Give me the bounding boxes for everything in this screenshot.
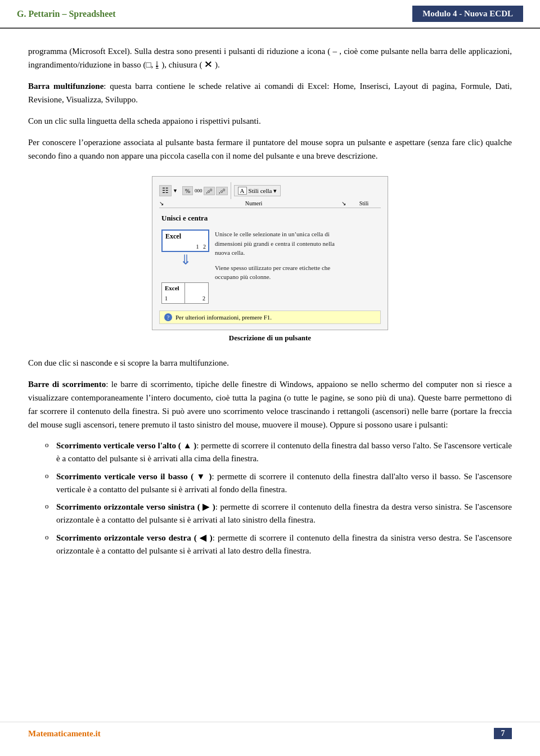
list-item-1: Scorrimento verticale verso l'alto ( ▲ )…: [45, 439, 512, 466]
barra-multifunzione-term: Barra multifunzione: [28, 82, 104, 91]
barre-scorrimento-term: Barre di scorrimento: [28, 380, 106, 389]
scroll-list: Scorrimento verticale verso l'alto ( ▲ )…: [45, 439, 512, 557]
footer-link[interactable]: Matematicamente.it: [28, 729, 101, 739]
header-right: Modulo 4 - Nuova ECDL: [412, 6, 523, 22]
cell-num-1: 1 2: [196, 244, 206, 250]
tooltip-descriptions: Unisce le celle selezionate in un’unica …: [215, 230, 350, 304]
toolbar-dropdown-arrow-1: ▼: [173, 188, 178, 194]
image-caption: Descrizione di un pulsante: [229, 334, 311, 343]
toolbar-000: 000: [195, 188, 202, 194]
split-cells-row: Excel 1 2: [161, 282, 209, 304]
paragraph-6: Barre di scorrimento: le barre di scorri…: [28, 377, 512, 431]
merged-cell-top: Excel 1 2 ⇓: [161, 230, 209, 267]
header-left: G. Pettarin – Spreadsheet: [17, 9, 116, 19]
list-item-2-bold: Scorrimento verticale verso il basso ( ▼…: [56, 472, 212, 481]
header-separator: –: [60, 9, 69, 19]
page-footer: Matematicamente.it 7: [0, 722, 540, 745]
excel-merged-cell: Excel 1 2: [161, 230, 209, 252]
page-number: 7: [494, 728, 512, 739]
paragraph-3: Con un clic sulla linguetta della scheda…: [28, 114, 512, 128]
paragraph-2: Barra multifunzione: questa barra contie…: [28, 79, 512, 106]
page-content: programma (Microsoft Excel). Sulla destr…: [0, 29, 540, 579]
toolbar-btn-1[interactable]: ☷: [159, 185, 172, 196]
arrow-down-icon: ⇓: [161, 253, 209, 267]
list-item-4: Scorrimento orizzontale verso destra ( ◀…: [45, 532, 512, 558]
tooltip-desc-1: Unisce le celle selezionate in un’unica …: [215, 230, 350, 258]
tooltip-info-text: Per ulteriori informazioni, premere F1.: [176, 314, 272, 321]
tooltip-desc-2: Viene spesso utilizzato per creare etich…: [215, 263, 350, 282]
paragraph-4: Per conoscere l’operazione associata al …: [28, 136, 512, 163]
list-item-3-bold: Scorrimento orizzontale verso sinistra (…: [56, 502, 215, 511]
toolbar-btn-3[interactable]: ,₀⁰: [204, 187, 215, 195]
toolbar-divider: [231, 182, 231, 199]
tooltip-cell-visuals: Excel 1 2 ⇓ Excel 1 2: [161, 230, 209, 304]
paragraph-5: Con due clic si nasconde e si scopre la …: [28, 356, 512, 370]
tooltip-title: Unisci e centra: [159, 212, 381, 224]
toolbar-buttons-group: ☷ ▼ % 000 ,₀⁰ ,₀⁰ A Stili cella ▾: [159, 182, 281, 199]
info-icon: ?: [164, 313, 172, 321]
excel-tooltip-box: ☷ ▼ % 000 ,₀⁰ ,₀⁰ A Stili cella ▾ ↘: [152, 176, 388, 330]
expand-icon: ↘: [159, 200, 164, 206]
page-header: G. Pettarin – Spreadsheet Modulo 4 - Nuo…: [0, 0, 540, 29]
stili-section-label: Stili: [347, 200, 381, 206]
expand-icon-2: ↘: [341, 200, 346, 206]
tooltip-info-bar: ? Per ulteriori informazioni, premere F1…: [159, 310, 381, 324]
paragraph-1: programma (Microsoft Excel). Sulla destr…: [28, 44, 512, 71]
excel-label-top: Excel: [165, 232, 181, 241]
list-item-1-bold: Scorrimento verticale verso l'alto ( ▲ ): [56, 441, 196, 450]
toolbar-btn-2[interactable]: %: [182, 186, 193, 195]
image-container: ☷ ▼ % 000 ,₀⁰ ,₀⁰ A Stili cella ▾ ↘: [152, 176, 388, 343]
toolbar-top-row: ☷ ▼ % 000 ,₀⁰ ,₀⁰ A Stili cella ▾: [159, 182, 381, 199]
list-item-2: Scorrimento verticale verso il basso ( ▼…: [45, 470, 512, 497]
tooltip-content: Excel 1 2 ⇓ Excel 1 2: [159, 226, 381, 307]
toolbar-btn-4[interactable]: ,₀⁰: [216, 187, 228, 195]
numeri-label: Numeri: [166, 200, 341, 206]
list-item-4-bold: Scorrimento orizzontale verso destra ( ◀…: [56, 533, 213, 542]
excel-split-cell-left: Excel 1: [161, 282, 185, 304]
header-title: Spreadsheet: [69, 9, 115, 19]
excel-split-cell-right: 2: [185, 282, 209, 304]
list-item-3: Scorrimento orizzontale verso sinistra (…: [45, 501, 512, 527]
toolbar-section-labels: ↘ Numeri ↘ Stili: [159, 200, 381, 208]
header-author: G. Pettarin: [17, 9, 60, 19]
stili-cella-button[interactable]: A Stili cella ▾: [234, 185, 281, 196]
